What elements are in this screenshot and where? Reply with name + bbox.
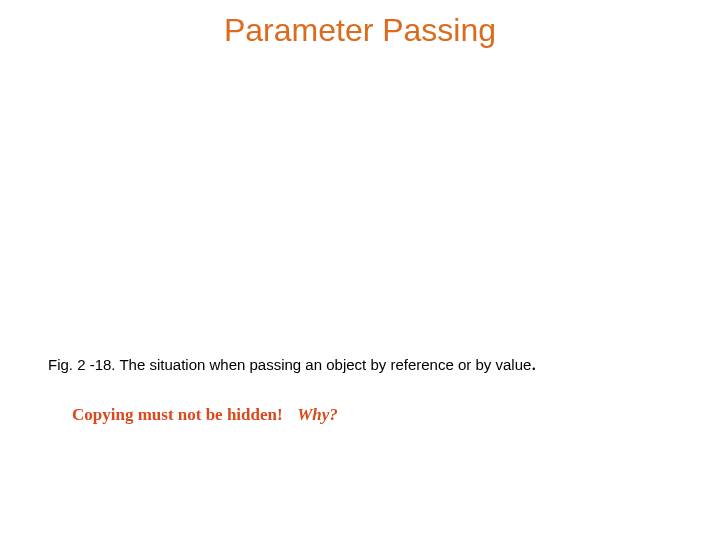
page-title: Parameter Passing <box>0 0 720 49</box>
why-question: Why? <box>297 405 338 424</box>
caption-text: Fig. 2 -18. The situation when passing a… <box>48 356 531 373</box>
caption-period: . <box>531 352 536 374</box>
emphasis-line: Copying must not be hidden! Why? <box>72 405 338 425</box>
copy-warning: Copying must not be hidden! <box>72 405 283 424</box>
figure-caption: Fig. 2 -18. The situation when passing a… <box>48 352 536 375</box>
